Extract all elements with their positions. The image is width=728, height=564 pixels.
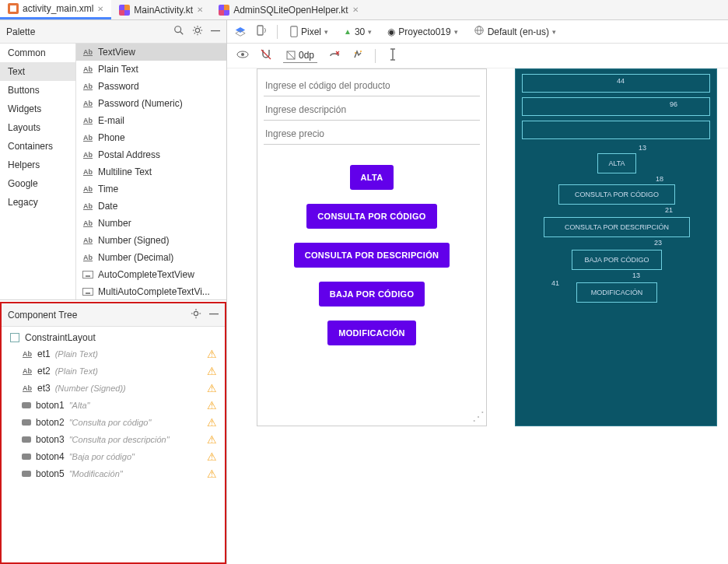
default-margin[interactable]: 0dp — [283, 48, 317, 63]
bp-button-modificacion[interactable]: MODIFICACIÓN — [576, 282, 657, 303]
palette-category[interactable]: Common — [0, 44, 75, 62]
xml-file-icon — [8, 3, 19, 14]
tree-node[interactable]: boton2 "Consulta por código"⚠ — [5, 414, 222, 431]
design-preview[interactable]: ALTA CONSULTA POR CÓDIGO CONSULTA POR DE… — [257, 68, 487, 426]
warning-icon[interactable]: ⚠ — [207, 416, 217, 429]
theme-selector[interactable]: ◉ Proyecto019 ▾ — [384, 25, 460, 39]
view-options-icon[interactable] — [236, 48, 249, 63]
palette-item[interactable]: AbPhone — [76, 129, 226, 146]
clear-constraints-icon[interactable] — [328, 48, 341, 63]
warning-icon[interactable]: ⚠ — [207, 450, 217, 463]
palette-category[interactable]: Legacy — [0, 193, 75, 212]
preview-button-consulta-descripcion[interactable]: CONSULTA POR DESCRIPCIÓN — [294, 243, 450, 268]
bp-input-codigo[interactable] — [522, 74, 710, 93]
tab-adminsqlite[interactable]: AdminSQLiteOpenHelper.kt ✕ — [211, 0, 366, 19]
tree-node[interactable]: Abet1 (Plain Text)⚠ — [5, 345, 222, 363]
tree-root[interactable]: ConstraintLayout — [5, 330, 222, 345]
palette-item[interactable]: MultiAutoCompleteTextVi... — [76, 283, 226, 300]
tab-mainactivity[interactable]: MainActivity.kt ✕ — [111, 0, 211, 19]
palette-category[interactable]: Buttons — [0, 81, 75, 100]
tab-activity-main[interactable]: activity_main.xml ✕ — [0, 0, 111, 19]
warning-icon[interactable]: ⚠ — [207, 399, 217, 412]
palette-item[interactable]: AbTime — [76, 180, 226, 198]
warning-icon[interactable]: ⚠ — [207, 468, 217, 480]
bp-input-precio[interactable] — [522, 121, 710, 139]
palette-item[interactable]: AbMultiline Text — [76, 163, 226, 180]
svg-point-31 — [355, 52, 356, 54]
palette-title: Palette — [6, 26, 35, 37]
palette-item[interactable]: AbNumber (Decimal) — [76, 249, 226, 266]
palette-category[interactable]: Layouts — [0, 118, 75, 137]
surface-select-icon[interactable] — [235, 26, 246, 37]
bp-button-baja[interactable]: BAJA POR CÓDIGO — [572, 250, 662, 270]
palette-item[interactable]: AutoCompleteTextView — [76, 266, 226, 283]
bp-input-descripcion[interactable] — [522, 97, 710, 116]
tree-node[interactable]: boton3 "Consulta por descripción"⚠ — [5, 431, 222, 448]
theme-icon: ◉ — [387, 26, 395, 37]
palette-category[interactable]: Text — [0, 62, 75, 81]
close-icon[interactable]: ✕ — [352, 5, 359, 14]
textview-icon: Ab — [82, 168, 93, 176]
warning-icon[interactable]: ⚠ — [207, 348, 217, 360]
guidelines-icon[interactable] — [387, 48, 399, 63]
preview-input-descripcion[interactable] — [264, 100, 480, 121]
preview-input-codigo[interactable] — [264, 75, 480, 96]
tree-node[interactable]: boton4 "Baja por código"⚠ — [5, 448, 222, 465]
orientation-icon[interactable] — [255, 24, 268, 39]
magnet-icon[interactable] — [260, 48, 272, 63]
blueprint-preview[interactable]: 44 96 13 ALTA 18 CONSULTA POR CÓDIGO 21 … — [515, 68, 717, 426]
palette-item[interactable]: AbTextView — [76, 44, 226, 61]
gear-icon[interactable] — [192, 25, 203, 38]
bp-button-consulta-descripcion[interactable]: CONSULTA POR DESCRIPCIÓN — [544, 217, 690, 237]
api-selector[interactable]: ▲ 30 ▾ — [341, 25, 375, 39]
close-icon[interactable]: ✕ — [197, 5, 203, 14]
bp-button-consulta-codigo[interactable]: CONSULTA POR CÓDIGO — [558, 184, 675, 205]
preview-input-precio[interactable] — [264, 124, 480, 145]
design-canvas[interactable]: 🔧 🔧 ALTA CONSULTA POR CÓDIGO CONSULTA PO… — [227, 68, 728, 564]
tree-node[interactable]: Abet2 (Plain Text)⚠ — [5, 363, 222, 380]
palette-item[interactable]: AbNumber (Signed) — [76, 232, 226, 249]
tree-node[interactable]: Abet3 (Number (Signed))⚠ — [5, 380, 222, 397]
palette-item[interactable]: AbPlain Text — [76, 61, 226, 78]
svg-line-1 — [180, 32, 184, 35]
palette-item-label: Number (Signed) — [98, 235, 169, 246]
palette-item[interactable]: AbPostal Address — [76, 146, 226, 163]
palette-category[interactable]: Helpers — [0, 156, 75, 174]
preview-button-consulta-codigo[interactable]: CONSULTA POR CÓDIGO — [306, 204, 436, 229]
search-icon[interactable] — [173, 25, 184, 38]
palette-category-list: CommonTextButtonsWidgetsLayoutsContainer… — [0, 44, 76, 300]
palette-item[interactable]: AbPassword — [76, 78, 226, 95]
infer-constraints-icon[interactable] — [352, 48, 364, 63]
bp-button-alta[interactable]: ALTA — [597, 153, 636, 173]
tree-node[interactable]: boton5 "Modificación"⚠ — [5, 465, 222, 482]
palette-category[interactable]: Widgets — [0, 100, 75, 118]
warning-icon[interactable]: ⚠ — [207, 382, 217, 394]
palette-item[interactable]: AbE-mail — [76, 112, 226, 129]
palette-item[interactable]: AbNumber — [76, 215, 226, 232]
preview-button-baja[interactable]: BAJA POR CÓDIGO — [319, 282, 425, 307]
preview-button-modificacion[interactable]: MODIFICACIÓN — [327, 321, 415, 345]
svg-point-11 — [194, 311, 198, 315]
warning-icon[interactable]: ⚠ — [207, 433, 217, 446]
device-selector[interactable]: Pixel ▾ — [287, 24, 331, 39]
resize-handle-icon[interactable]: ⋰ — [472, 409, 485, 424]
palette-category[interactable]: Containers — [0, 137, 75, 156]
minimize-icon[interactable]: — — [209, 308, 219, 321]
chevron-down-icon: ▾ — [454, 28, 458, 36]
button-icon — [22, 419, 31, 426]
tree-node-id: et3 — [37, 383, 51, 394]
bp-dim-label: 23 — [654, 239, 662, 247]
tree-node[interactable]: boton1 "Alta"⚠ — [5, 397, 222, 414]
warning-icon[interactable]: ⚠ — [207, 365, 217, 377]
minimize-icon[interactable]: — — [211, 25, 220, 38]
palette-item[interactable]: AbDate — [76, 198, 226, 215]
palette-category[interactable]: Google — [0, 174, 75, 193]
locale-selector[interactable]: Default (en-us) ▾ — [471, 23, 559, 40]
palette-item[interactable]: AbPassword (Numeric) — [76, 95, 226, 112]
preview-button-alta[interactable]: ALTA — [350, 165, 394, 190]
locale-label: Default (en-us) — [488, 26, 549, 37]
close-icon[interactable]: ✕ — [97, 5, 103, 13]
svg-line-9 — [194, 33, 195, 33]
chevron-down-icon: ▾ — [324, 28, 328, 36]
gear-icon[interactable] — [191, 308, 201, 321]
